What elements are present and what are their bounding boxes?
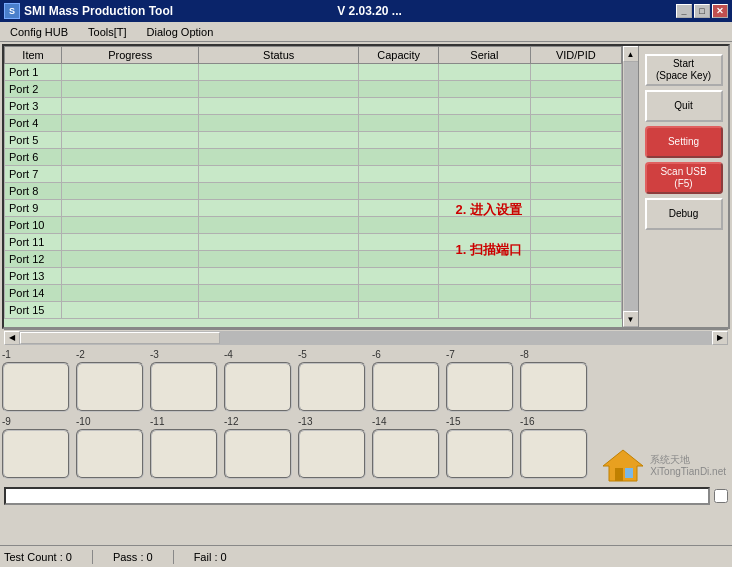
hscroll-left-arrow[interactable]: ◀ [4,331,20,345]
cell-status [199,234,359,251]
progress-area [4,487,728,505]
port-box-4[interactable] [224,362,292,412]
port-box-14[interactable] [372,429,440,479]
cell-serial [439,251,530,268]
port-label-8: -8 [520,349,529,360]
debug-button[interactable]: Debug [645,198,723,230]
cell-progress [62,251,199,268]
window-controls: _ □ ✕ [676,4,728,18]
table-scrollbar[interactable]: ▲ ▼ [622,46,638,327]
table-row: Port 11 [5,234,622,251]
port-box-12[interactable] [224,429,292,479]
close-button[interactable]: ✕ [712,4,728,18]
cell-capacity [359,132,439,149]
cell-serial [439,166,530,183]
sidebar: Start(Space Key) Quit Setting Scan USB(F… [638,46,728,327]
cell-item: Port 1 [5,64,62,81]
progress-checkbox[interactable] [714,489,728,503]
port-box-16[interactable] [520,429,588,479]
menu-dialog-option[interactable]: Dialog Option [141,24,220,40]
cell-item: Port 5 [5,132,62,149]
table-row: Port 1 [5,64,622,81]
port-table-container: Item Progress Status Capacity Serial VID… [4,46,622,327]
cell-item: Port 13 [5,268,62,285]
cell-vidpid [530,115,621,132]
port-box-9[interactable] [2,429,70,479]
cell-vidpid [530,217,621,234]
port-box-7[interactable] [446,362,514,412]
maximize-button[interactable]: □ [694,4,710,18]
cell-serial [439,149,530,166]
minimize-button[interactable]: _ [676,4,692,18]
port-box-3[interactable] [150,362,218,412]
port-cell-14: -14 [372,416,440,479]
table-row: Port 4 [5,115,622,132]
port-label-9: -9 [2,416,11,427]
cell-vidpid [530,183,621,200]
col-capacity: Capacity [359,47,439,64]
scroll-up-arrow[interactable]: ▲ [623,46,639,62]
cell-capacity [359,302,439,319]
cell-serial [439,64,530,81]
cell-capacity [359,166,439,183]
col-vidpid: VID/PID [530,47,621,64]
quit-button[interactable]: Quit [645,90,723,122]
cell-capacity [359,149,439,166]
port-cell-4: -4 [224,349,292,412]
hscroll-track [20,331,712,345]
menu-config-hub[interactable]: Config HUB [4,24,74,40]
col-status: Status [199,47,359,64]
cell-item: Port 2 [5,81,62,98]
hscroll-right-arrow[interactable]: ▶ [712,331,728,345]
progress-bar-container [4,487,710,505]
cell-status [199,302,359,319]
cell-status [199,132,359,149]
cell-serial [439,98,530,115]
port-cell-2: -2 [76,349,144,412]
cell-item: Port 4 [5,115,62,132]
port-box-2[interactable] [76,362,144,412]
cell-serial [439,268,530,285]
cell-vidpid [530,81,621,98]
scroll-down-arrow[interactable]: ▼ [623,311,639,327]
port-box-10[interactable] [76,429,144,479]
port-cell-11: -11 [150,416,218,479]
test-count-item: Test Count : 0 [4,551,72,563]
menu-tools[interactable]: Tools[T] [82,24,133,40]
port-box-6[interactable] [372,362,440,412]
cell-status [199,115,359,132]
cell-capacity [359,251,439,268]
cell-status [199,149,359,166]
col-item: Item [5,47,62,64]
cell-vidpid [530,251,621,268]
port-cell-5: -5 [298,349,366,412]
table-row: Port 10 [5,217,622,234]
hscroll-thumb[interactable] [20,332,220,344]
table-row: Port 8 [5,183,622,200]
cell-progress [62,234,199,251]
cell-item: Port 6 [5,149,62,166]
cell-capacity [359,200,439,217]
start-button[interactable]: Start(Space Key) [645,54,723,86]
pass-label: Pass : 0 [113,551,153,563]
port-box-15[interactable] [446,429,514,479]
cell-serial [439,234,530,251]
cell-status [199,285,359,302]
watermark-text: 系统天地 XiTongTianDi.net [650,454,726,478]
port-box-11[interactable] [150,429,218,479]
port-label-15: -15 [446,416,460,427]
cell-capacity [359,268,439,285]
cell-vidpid [530,132,621,149]
port-box-1[interactable] [2,362,70,412]
scan-usb-button[interactable]: Scan USB(F5) [645,162,723,194]
cell-serial [439,115,530,132]
port-label-3: -3 [150,349,159,360]
port-box-5[interactable] [298,362,366,412]
port-box-13[interactable] [298,429,366,479]
cell-status [199,98,359,115]
port-row-1: -1 -2 -3 -4 -5 -6 -7 -8 [2,349,730,412]
port-box-8[interactable] [520,362,588,412]
horizontal-scrollbar[interactable]: ◀ ▶ [4,329,728,345]
port-cell-7: -7 [446,349,514,412]
setting-button[interactable]: Setting [645,126,723,158]
